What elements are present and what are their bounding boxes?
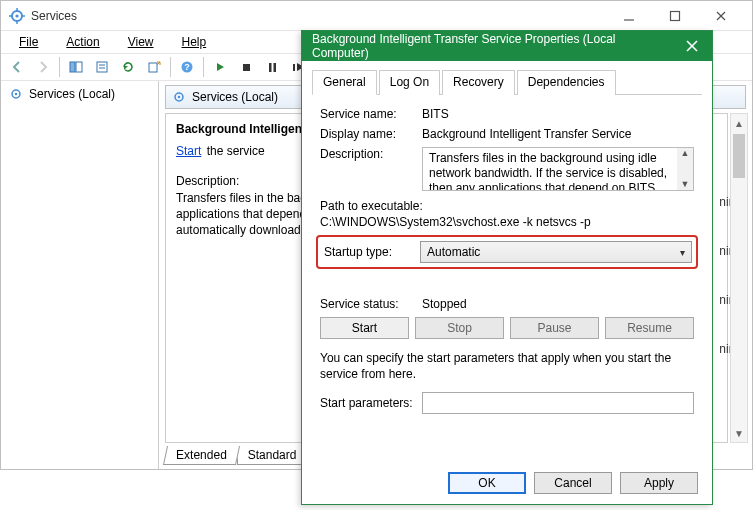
svg-rect-15: [149, 63, 157, 72]
dialog-tabs: General Log On Recovery Dependencies: [312, 69, 702, 95]
refresh-button[interactable]: [116, 55, 140, 79]
start-link-suffix: the service: [203, 144, 264, 158]
scroll-thumb[interactable]: [733, 134, 745, 178]
tab-logon[interactable]: Log On: [379, 70, 440, 95]
service-status-value: Stopped: [422, 297, 694, 311]
window-title: Services: [31, 9, 606, 23]
scroll-down-icon: ▼: [681, 179, 690, 190]
startup-type-select[interactable]: Automatic ▾: [420, 241, 692, 263]
stop-button: Stop: [415, 317, 504, 339]
tab-dependencies[interactable]: Dependencies: [517, 70, 616, 95]
tab-recovery[interactable]: Recovery: [442, 70, 515, 95]
service-name-label: Service name:: [320, 107, 422, 121]
svg-rect-12: [97, 62, 107, 72]
start-parameters-input[interactable]: [422, 392, 694, 414]
startup-type-value: Automatic: [427, 245, 480, 259]
path-value: C:\WINDOWS\System32\svchost.exe -k netsv…: [320, 215, 694, 229]
scroll-down-icon[interactable]: ▼: [731, 424, 747, 442]
display-name-value: Background Intelligent Transfer Service: [422, 127, 694, 141]
start-link[interactable]: Start: [176, 144, 201, 158]
description-label: Description:: [320, 147, 422, 161]
stop-service-button[interactable]: [234, 55, 258, 79]
scroll-up-icon: ▲: [681, 148, 690, 159]
gear-icon: [9, 87, 23, 101]
show-hide-tree-button[interactable]: [64, 55, 88, 79]
service-properties-dialog: Background Intelligent Transfer Service …: [301, 30, 713, 505]
svg-point-25: [178, 96, 180, 98]
dialog-titlebar[interactable]: Background Intelligent Transfer Service …: [302, 31, 712, 61]
vertical-scrollbar[interactable]: ▲ ▼: [730, 113, 748, 443]
svg-point-23: [15, 93, 17, 95]
svg-rect-20: [274, 63, 277, 72]
menu-file[interactable]: File: [7, 33, 50, 51]
svg-rect-18: [243, 64, 250, 71]
description-textbox[interactable]: Transfers files in the background using …: [422, 147, 694, 191]
svg-point-1: [15, 14, 18, 17]
startup-type-highlight: Startup type: Automatic ▾: [316, 235, 698, 269]
close-button[interactable]: [698, 1, 744, 31]
properties-button[interactable]: [90, 55, 114, 79]
svg-rect-19: [269, 63, 272, 72]
description-value: Transfers files in the background using …: [429, 151, 667, 191]
chevron-down-icon: ▾: [680, 247, 685, 258]
dialog-close-button[interactable]: [672, 31, 712, 61]
gear-icon: [172, 90, 186, 104]
dialog-title: Background Intelligent Transfer Service …: [312, 32, 672, 60]
path-label: Path to executable:: [320, 199, 694, 213]
services-icon: [9, 8, 25, 24]
service-name-value: BITS: [422, 107, 694, 121]
description-scrollbar[interactable]: ▲▼: [677, 148, 693, 190]
left-tree: Services (Local): [1, 81, 159, 469]
svg-rect-10: [70, 62, 75, 72]
ok-button[interactable]: OK: [448, 472, 526, 494]
back-button[interactable]: [5, 55, 29, 79]
start-params-note: You can specify the start parameters tha…: [320, 351, 694, 382]
minimize-button[interactable]: [606, 1, 652, 31]
tree-item-label: Services (Local): [29, 87, 115, 101]
apply-button[interactable]: Apply: [620, 472, 698, 494]
start-button[interactable]: Start: [320, 317, 409, 339]
titlebar[interactable]: Services: [1, 1, 752, 31]
forward-button[interactable]: [31, 55, 55, 79]
scroll-up-icon[interactable]: ▲: [731, 114, 747, 132]
right-pane-title: Services (Local): [192, 90, 278, 104]
resume-button: Resume: [605, 317, 694, 339]
menu-action[interactable]: Action: [54, 33, 111, 51]
menu-view[interactable]: View: [116, 33, 166, 51]
svg-rect-7: [671, 11, 680, 20]
maximize-button[interactable]: [652, 1, 698, 31]
help-button[interactable]: ?: [175, 55, 199, 79]
tab-standard[interactable]: Standard: [237, 446, 308, 465]
tab-extended[interactable]: Extended: [163, 446, 240, 465]
start-service-button[interactable]: [208, 55, 232, 79]
svg-rect-21: [293, 64, 295, 71]
startup-type-label: Startup type:: [322, 245, 420, 259]
service-status-label: Service status:: [320, 297, 422, 311]
tree-item-services-local[interactable]: Services (Local): [7, 85, 152, 103]
svg-rect-11: [76, 62, 82, 72]
cancel-button[interactable]: Cancel: [534, 472, 612, 494]
pause-service-button[interactable]: [260, 55, 284, 79]
tab-general[interactable]: General: [312, 70, 377, 95]
svg-text:?: ?: [184, 62, 190, 72]
pause-button: Pause: [510, 317, 599, 339]
display-name-label: Display name:: [320, 127, 422, 141]
export-button[interactable]: [142, 55, 166, 79]
menu-help[interactable]: Help: [170, 33, 219, 51]
start-parameters-label: Start parameters:: [320, 396, 422, 410]
